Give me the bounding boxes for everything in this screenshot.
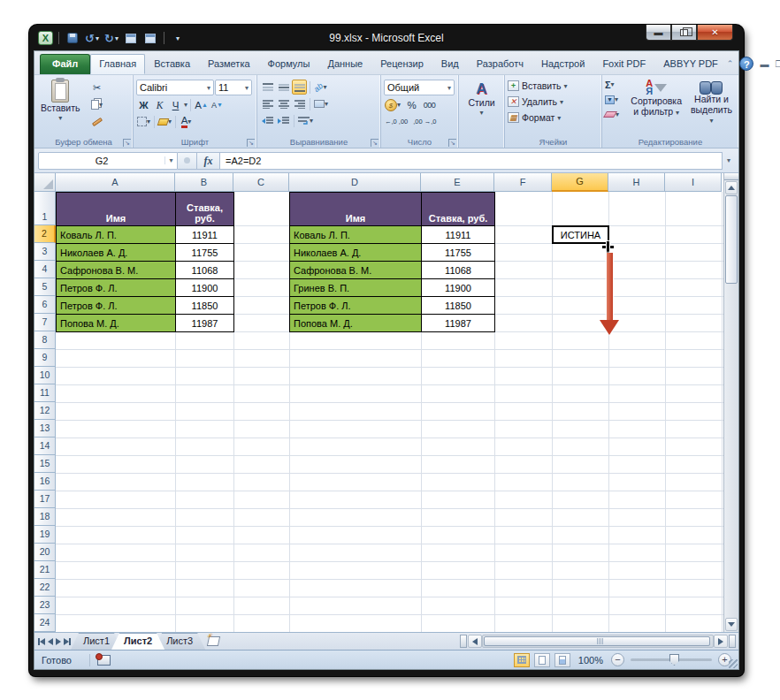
zoom-level[interactable]: 100% [578,655,603,666]
macro-record-icon[interactable] [97,655,111,666]
row-header[interactable]: 3 [34,243,56,261]
row-header[interactable]: 5 [34,278,56,296]
rate-cell[interactable]: 11900 [176,279,234,297]
decrease-decimal-button[interactable]: ,00 →,0 [412,114,437,129]
row-header[interactable]: 23 [34,597,56,614]
ribbon-tab[interactable]: Надстрой [532,54,593,74]
zoom-out-button[interactable]: − [611,653,624,666]
increase-decimal-button[interactable]: ←,0 ,00 [384,114,409,129]
rate-cell[interactable]: 11850 [176,297,234,315]
table2-header-name[interactable]: Имя [290,193,422,226]
normal-view-button[interactable] [514,653,530,667]
merge-center-button[interactable]: ▾ [313,96,329,111]
row-header[interactable]: 2 [34,225,56,243]
grow-font-button[interactable]: А▲ [194,97,209,112]
align-middle-button[interactable] [276,80,291,95]
rate-cell[interactable]: 11755 [176,244,234,262]
alignment-dialog-launcher[interactable]: ↘ [371,139,379,147]
font-size-combo[interactable]: 11▾ [215,80,252,95]
paste-button[interactable]: Вставить▾ [37,78,84,129]
clear-button[interactable]: ▾ [605,108,625,121]
rate-cell[interactable]: 11068 [422,262,495,279]
align-right-button[interactable] [292,96,307,111]
table2-header-rate[interactable]: Ставка, руб. [422,193,495,226]
table1-header-name[interactable]: Имя [57,193,176,226]
column-header-g[interactable]: G [552,173,608,192]
active-cell-g2[interactable]: ИСТИНА [552,225,609,244]
delete-cells-button[interactable]: ✕Удалить▾ [508,94,599,110]
employee-name-cell[interactable]: Попова М. Д. [57,315,176,332]
scroll-down-button[interactable] [725,618,738,631]
format-cells-button[interactable]: ▦Формат▾ [508,110,599,126]
fill-handle[interactable] [607,241,611,246]
ribbon-tab[interactable]: ABBYY PDF [654,54,727,74]
prev-sheet-button[interactable] [48,638,53,645]
number-format-combo[interactable]: Общий▾ [384,80,455,95]
close-button[interactable]: ✕ [697,25,733,41]
ribbon-tab[interactable]: Foxit PDF [593,54,654,74]
row-header[interactable]: 13 [34,420,56,438]
column-header-a[interactable]: A [56,173,175,192]
restore-button[interactable] [671,25,697,41]
row-header[interactable]: 18 [34,508,56,526]
row-header[interactable]: 14 [34,438,56,455]
fill-color-button[interactable]: ▾ [157,114,172,129]
row-header[interactable]: 12 [34,402,56,420]
row-header[interactable]: 4 [34,261,56,278]
sort-filter-button[interactable]: АЯ Сортировкаи фильтр ▾ [627,78,685,128]
employee-name-cell[interactable]: Коваль Л. П. [57,226,176,244]
employee-name-cell[interactable]: Николаев А. Д. [290,244,422,262]
help-icon[interactable]: ? [739,57,753,71]
vertical-scroll-thumb[interactable] [725,195,738,284]
rate-cell[interactable]: 11911 [422,226,495,244]
styles-button[interactable]: А Стили▾ [462,78,501,118]
column-header-f[interactable]: F [494,173,552,192]
horizontal-scrollbar[interactable] [482,635,714,648]
format-painter-button[interactable] [88,114,107,129]
cut-button[interactable]: ✂ [88,80,107,95]
row-header[interactable]: 20 [34,544,56,561]
employee-name-cell[interactable]: Сафронова В. М. [290,262,422,279]
employee-name-cell[interactable]: Петров Ф. Л. [57,297,176,315]
comma-style-button[interactable]: 000 [422,97,437,112]
tab-split-handle[interactable] [460,635,467,648]
zoom-slider[interactable] [631,658,712,661]
rate-cell[interactable]: 11987 [176,315,234,332]
bold-button[interactable]: Ж [136,97,151,112]
ribbon-tab[interactable]: Формулы [259,54,319,74]
ribbon-tab[interactable]: Разметка [199,54,259,74]
sheet-tab[interactable]: Лист2 [111,633,164,650]
font-color-button[interactable]: А▾ [179,114,194,129]
name-box[interactable]: G2 ▾ [38,152,178,170]
horizontal-split-handle[interactable] [729,635,736,648]
decrease-indent-button[interactable] [260,113,275,128]
resize-grip[interactable] [729,659,738,668]
align-bottom-button[interactable] [292,80,307,95]
column-header-b[interactable]: B [175,173,233,192]
rate-cell[interactable]: 11068 [176,262,234,279]
name-box-dropdown-icon[interactable]: ▾ [164,156,177,164]
rate-cell[interactable]: 11755 [422,244,495,262]
column-header-e[interactable]: E [421,173,494,192]
horizontal-scroll-thumb[interactable] [484,636,710,646]
vertical-split-handle[interactable] [724,173,738,180]
font-dialog-launcher[interactable]: ↘ [247,139,255,147]
autosum-button[interactable]: Σ▾ [605,78,625,91]
wrap-text-button[interactable]: ▾ [297,113,314,128]
row-header[interactable]: 15 [34,455,56,473]
row-header[interactable]: 24 [34,614,56,632]
employee-name-cell[interactable]: Попова М. Д. [290,315,422,332]
align-top-button[interactable] [260,80,275,95]
font-name-combo[interactable]: Calibri▾ [136,80,214,95]
rate-cell[interactable]: 11911 [176,226,234,244]
first-sheet-button[interactable] [38,638,45,645]
expand-formula-bar-icon[interactable]: ▾ [723,156,735,164]
collapse-ribbon-icon[interactable]: ⌃ [727,59,734,68]
ribbon-tab[interactable]: Вставка [145,54,199,74]
borders-button[interactable]: ▾ [136,114,151,129]
ribbon-tab[interactable]: Разработч [468,54,532,74]
ribbon-tab[interactable]: Файл [40,54,90,74]
italic-button[interactable]: К [152,97,167,112]
column-header-h[interactable]: H [608,173,665,192]
page-layout-view-button[interactable] [534,653,550,667]
